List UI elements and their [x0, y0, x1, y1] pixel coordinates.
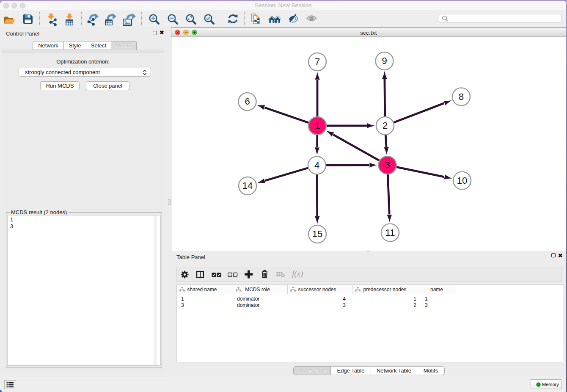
svg-text:9: 9 [382, 55, 387, 66]
svg-text:7: 7 [315, 56, 320, 67]
svg-text:1: 1 [315, 120, 320, 131]
svg-text:3: 3 [385, 160, 390, 170]
svg-text:15: 15 [312, 229, 322, 239]
svg-text:4: 4 [314, 160, 319, 171]
svg-text:f(x): f(x) [292, 270, 303, 279]
svg-text:2: 2 [383, 120, 388, 131]
svg-text:14: 14 [242, 180, 253, 191]
svg-text:11: 11 [385, 227, 395, 238]
svg-text:10: 10 [457, 175, 467, 186]
svg-text:6: 6 [245, 96, 250, 107]
svg-text:8: 8 [459, 91, 464, 102]
